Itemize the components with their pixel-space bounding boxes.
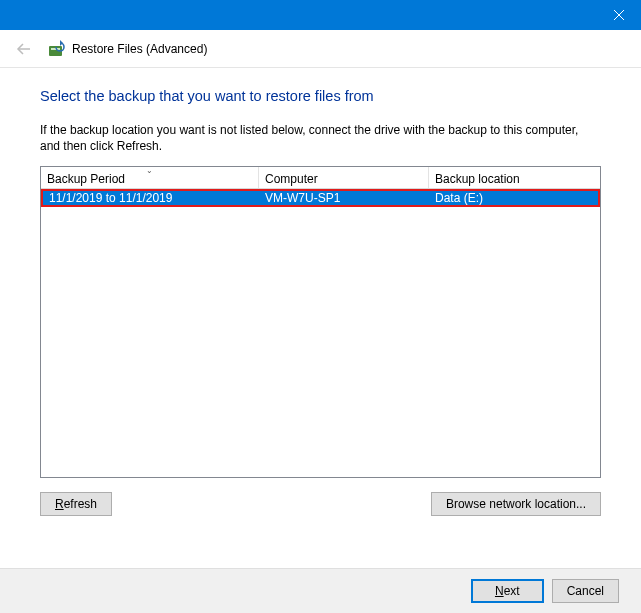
instruction-text: If the backup location you want is not l… <box>40 122 601 154</box>
browse-network-button[interactable]: Browse network location... <box>431 492 601 516</box>
footer-bar: Next Cancel <box>0 568 641 613</box>
table-row[interactable]: 11/1/2019 to 11/1/2019 VM-W7U-SP1 Data (… <box>41 189 600 207</box>
close-icon <box>614 10 624 20</box>
page-heading: Select the backup that you want to resto… <box>40 88 601 104</box>
header-title: Restore Files (Advanced) <box>72 42 207 56</box>
refresh-button[interactable]: Refresh <box>40 492 112 516</box>
list-actions: Refresh Browse network location... <box>40 492 601 516</box>
content-area: Select the backup that you want to resto… <box>0 68 641 568</box>
back-button[interactable] <box>12 37 36 61</box>
column-header-label: Backup location <box>435 172 520 186</box>
cancel-button[interactable]: Cancel <box>552 579 619 603</box>
cell-location: Data (E:) <box>429 191 598 205</box>
cell-computer: VM-W7U-SP1 <box>259 191 429 205</box>
svg-marker-5 <box>60 40 63 46</box>
list-body: 11/1/2019 to 11/1/2019 VM-W7U-SP1 Data (… <box>41 189 600 477</box>
next-accelerator: N <box>495 584 504 598</box>
list-header: Backup Period ⌄ Computer Backup location <box>41 167 600 189</box>
column-header-computer[interactable]: Computer <box>259 167 429 188</box>
back-arrow-icon <box>15 40 33 58</box>
cell-period: 11/1/2019 to 11/1/2019 <box>43 191 259 205</box>
header-bar: Restore Files (Advanced) <box>0 30 641 68</box>
restore-files-icon <box>48 40 66 58</box>
column-header-location[interactable]: Backup location <box>429 167 600 188</box>
sort-indicator-icon: ⌄ <box>146 166 153 175</box>
backup-list: Backup Period ⌄ Computer Backup location… <box>40 166 601 478</box>
refresh-label-rest: efresh <box>64 497 97 511</box>
next-button[interactable]: Next <box>471 579 544 603</box>
column-header-label: Computer <box>265 172 318 186</box>
next-label-rest: ext <box>504 584 520 598</box>
titlebar <box>0 0 641 30</box>
restore-files-window: Restore Files (Advanced) Select the back… <box>0 0 641 613</box>
column-header-label: Backup Period <box>47 172 125 186</box>
close-button[interactable] <box>596 0 641 30</box>
column-header-period[interactable]: Backup Period ⌄ <box>41 167 259 188</box>
refresh-accelerator: R <box>55 497 64 511</box>
